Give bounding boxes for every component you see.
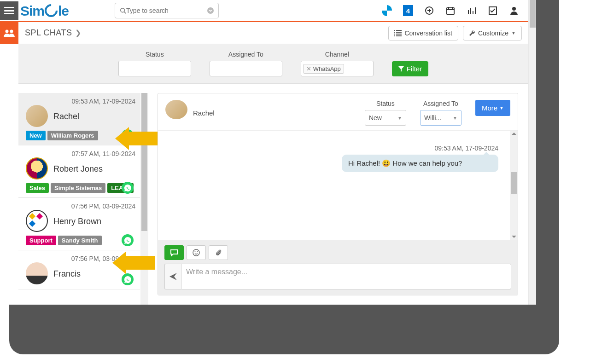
tag: Sales bbox=[26, 183, 49, 193]
caret-down-icon: ▼ bbox=[453, 116, 457, 121]
contact-name: Rachel bbox=[193, 109, 215, 117]
contact-avatar[interactable] bbox=[165, 100, 187, 119]
filter-channel-label: Channel bbox=[325, 51, 349, 58]
chat-item-tags: SalesSimple SistemasLEA17 bbox=[26, 183, 135, 193]
chip-label: WhatsApp bbox=[313, 65, 341, 72]
caret-down-icon: ▼ bbox=[499, 105, 504, 110]
chat-item-avatar bbox=[26, 105, 48, 127]
svg-rect-4 bbox=[447, 8, 454, 14]
conversation-list-label: Conversation list bbox=[404, 29, 452, 37]
message-input[interactable] bbox=[181, 264, 511, 289]
analytics-icon[interactable] bbox=[467, 6, 477, 16]
speech-icon bbox=[170, 249, 178, 256]
filter-channel-input[interactable]: ✕ WhatsApp bbox=[301, 61, 374, 76]
chip-remove-icon[interactable]: ✕ bbox=[306, 65, 311, 72]
svg-point-2 bbox=[207, 7, 214, 14]
chat-item-avatar bbox=[26, 210, 48, 232]
page-scrollbar[interactable] bbox=[528, 0, 536, 305]
filter-status-input[interactable] bbox=[118, 61, 191, 76]
filter-assigned-input[interactable] bbox=[210, 61, 282, 76]
composer-input-row bbox=[164, 264, 511, 289]
channel-chip-whatsapp[interactable]: ✕ WhatsApp bbox=[303, 64, 344, 74]
tag: New bbox=[26, 131, 46, 140]
top-icons: 4 bbox=[382, 6, 519, 16]
filter-button[interactable]: Filter bbox=[392, 61, 428, 76]
chat-item-name: Rachel bbox=[53, 112, 79, 121]
send-icon bbox=[169, 273, 177, 280]
svg-point-9 bbox=[193, 249, 199, 256]
chatpane-body[interactable]: 09:53 AM, 17-09-2024 Hi Rachel! 😃 How we… bbox=[158, 131, 518, 240]
chat-pane: Rachel Status New ▼ Assigned To bbox=[158, 93, 518, 295]
send-button[interactable] bbox=[164, 264, 181, 289]
user-menu-icon[interactable] bbox=[509, 6, 519, 16]
chatpane-header-fields: Status New ▼ Assigned To Willi... ▼ bbox=[365, 100, 510, 126]
chatlist-wrap: 09:53 AM, 17-09-2024RachelNewWilliam Rog… bbox=[18, 93, 148, 305]
scrollbar-thumb[interactable] bbox=[511, 172, 517, 194]
tag: Sandy Smith bbox=[58, 236, 102, 245]
composer-tab-emoji[interactable] bbox=[187, 245, 206, 260]
whatsapp-icon bbox=[122, 273, 134, 285]
caret-down-icon: ▼ bbox=[397, 116, 402, 121]
chat-item-time: 07:57 AM, 11-09-2024 bbox=[26, 150, 135, 157]
status-select[interactable]: New ▼ bbox=[365, 110, 406, 126]
svg-point-7 bbox=[6, 30, 9, 33]
chat-item-avatar bbox=[26, 157, 48, 179]
chat-item-name: Robert Jones bbox=[53, 164, 103, 174]
composer-tab-attach[interactable] bbox=[209, 245, 228, 260]
assigned-value: Willi... bbox=[424, 114, 441, 121]
paperclip-icon bbox=[215, 249, 222, 256]
page-title-text: SPL CHATS bbox=[25, 28, 72, 38]
add-icon[interactable] bbox=[424, 6, 434, 16]
composer-tabs bbox=[164, 245, 511, 260]
message-timestamp: 09:53 AM, 17-09-2024 bbox=[167, 144, 498, 152]
logo-loading-icon bbox=[42, 1, 60, 20]
chevron-right-icon[interactable]: ❯ bbox=[75, 29, 82, 37]
hamburger-menu-button[interactable] bbox=[0, 1, 18, 20]
global-search[interactable] bbox=[115, 3, 219, 18]
customize-button[interactable]: Customize ▼ bbox=[463, 26, 522, 40]
customize-label: Customize bbox=[478, 29, 508, 37]
assigned-field: Assigned To Willi... ▼ bbox=[420, 100, 461, 126]
scroll-down-icon[interactable] bbox=[512, 236, 516, 238]
more-button-label: More bbox=[482, 104, 497, 112]
logo[interactable]: Sim le bbox=[20, 3, 69, 19]
content-column: SPL CHATS ❯ Conversation list Customize … bbox=[18, 22, 528, 305]
scrollbar-thumb[interactable] bbox=[141, 93, 147, 231]
chatpane-header: Rachel Status New ▼ Assigned To bbox=[158, 93, 518, 131]
calendar-icon[interactable] bbox=[445, 6, 456, 16]
scroll-up-icon[interactable] bbox=[512, 133, 516, 135]
assigned-select[interactable]: Willi... ▼ bbox=[420, 110, 461, 126]
composer-tab-message[interactable] bbox=[164, 245, 184, 260]
chat-item-time: 07:56 PM, 03-09-2024 bbox=[26, 202, 135, 210]
svg-line-1 bbox=[124, 12, 126, 14]
message-text: Hi Rachel! 😃 How we can help you? bbox=[348, 159, 462, 167]
svg-point-10 bbox=[195, 251, 196, 252]
filter-status-label: Status bbox=[146, 51, 164, 58]
chat-list-item[interactable]: 07:57 AM, 11-09-2024Robert JonesSalesSim… bbox=[18, 145, 140, 198]
rail-chats-button[interactable] bbox=[0, 22, 18, 44]
arrow-annotation-1 bbox=[115, 127, 158, 150]
assigned-label: Assigned To bbox=[423, 100, 458, 107]
notifications-icon[interactable]: 4 bbox=[403, 6, 413, 16]
svg-point-8 bbox=[10, 30, 13, 33]
status-value: New bbox=[369, 114, 382, 121]
filter-assigned: Assigned To bbox=[210, 51, 282, 76]
left-rail bbox=[0, 22, 18, 305]
chatpane-scrollbar[interactable] bbox=[510, 131, 518, 240]
chevron-down-icon[interactable] bbox=[207, 7, 214, 14]
tag: Simple Sistemas bbox=[51, 183, 105, 193]
search-input[interactable] bbox=[126, 7, 207, 14]
filter-bar: Status Assigned To Channel ✕ WhatsApp Fi… bbox=[18, 44, 528, 84]
chat-item-time: 09:53 AM, 17-09-2024 bbox=[26, 98, 135, 105]
svg-point-11 bbox=[197, 251, 198, 252]
chat-list-item[interactable]: 07:56 PM, 03-09-2024Henry BrownSupportSa… bbox=[18, 198, 140, 250]
conversation-list-button[interactable]: Conversation list bbox=[388, 26, 458, 40]
chat-item-name: Henry Brown bbox=[53, 217, 101, 226]
scrollbar-thumb[interactable] bbox=[530, 0, 536, 28]
more-button[interactable]: More ▼ bbox=[475, 100, 510, 116]
arrow-annotation-2 bbox=[112, 251, 155, 274]
tasks-icon[interactable] bbox=[488, 6, 498, 16]
chat-item-name: Francis bbox=[53, 269, 81, 279]
app-switcher-icon[interactable] bbox=[382, 6, 392, 16]
page-header: SPL CHATS ❯ Conversation list Customize … bbox=[18, 22, 528, 44]
